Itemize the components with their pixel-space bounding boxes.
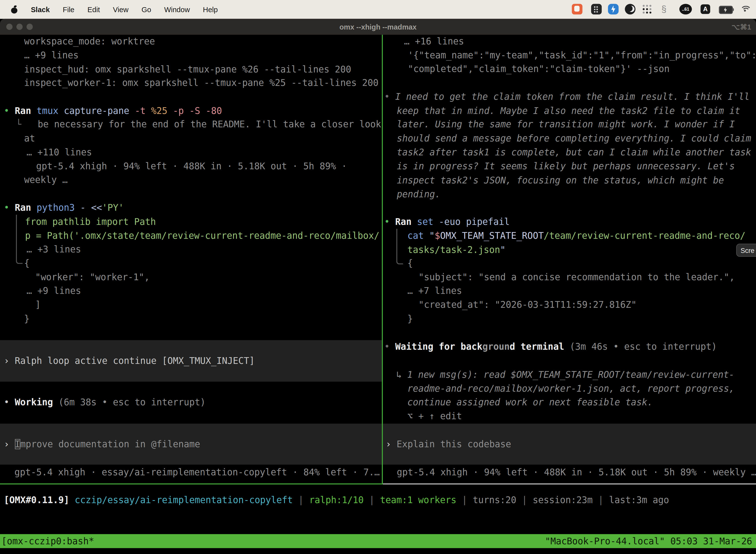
text-cursor: I bbox=[15, 439, 20, 449]
corner-glyph: └ bbox=[16, 119, 21, 129]
waiting-status-line: • Waiting for background terminal (3m 46… bbox=[384, 340, 717, 353]
terminal-line: "completed","claim_token":"claim-token"}… bbox=[408, 62, 670, 76]
thinking-line: pending. bbox=[397, 187, 441, 201]
terminal-line: gpt-5.4 xhigh · 94% left · 488K in · 5.1… bbox=[36, 159, 347, 173]
ralph-loop-status: › Ralph loop active continue [OMX_TMUX_I… bbox=[4, 354, 255, 368]
terminal-line: '{"team_name":"my-team","task_id":"1","f… bbox=[408, 48, 756, 62]
menu-help[interactable]: Help bbox=[203, 5, 218, 13]
placeholder-text: mprove documentation in @filename bbox=[20, 439, 200, 449]
input-source-icon[interactable]: A bbox=[700, 4, 710, 14]
omx-status-line: [OMX#0.11.9] cczip/essay/ai-reimplementa… bbox=[4, 493, 669, 507]
bullet-icon: • bbox=[4, 397, 9, 407]
tmux-host-clock: "MacBook-Pro-44.local" 05:03 31-Mar-26 bbox=[545, 534, 752, 548]
menu-go[interactable]: Go bbox=[141, 5, 151, 13]
menu-window[interactable]: Window bbox=[164, 5, 190, 13]
ralph-counter: ralph:1/10 bbox=[309, 495, 364, 505]
terminal-line: inspect_worker-1: omx sparkshell --tmux-… bbox=[24, 76, 378, 90]
placeholder-text: Explain this codebase bbox=[397, 439, 511, 449]
arg-token: %25 bbox=[151, 106, 168, 116]
terminal-line: inspect_hud: omx sparkshell --tmux-pane … bbox=[24, 62, 351, 76]
wifi-icon[interactable] bbox=[740, 5, 751, 13]
last-activity: last:3m ago bbox=[609, 495, 669, 505]
menu-edit[interactable]: Edit bbox=[87, 5, 100, 13]
code-line: p = Path('.omx/state/team/review-current… bbox=[25, 229, 379, 242]
ran-set-command-line: • Ran set -euo pipefail bbox=[384, 215, 510, 229]
menu-file[interactable]: File bbox=[63, 5, 74, 13]
terminal-line: … +16 lines bbox=[404, 34, 464, 48]
prompt-chevron-icon: › bbox=[4, 439, 9, 449]
menu-app-slack[interactable]: Slack bbox=[31, 5, 50, 13]
flag-token: -S bbox=[189, 106, 200, 116]
ran-label: Ran bbox=[395, 217, 412, 227]
app-version-badge: [OMX#0.11.9] bbox=[4, 495, 69, 505]
apple-menu-icon[interactable] bbox=[11, 5, 18, 14]
output-connector bbox=[396, 229, 403, 264]
right-pane-border bbox=[383, 484, 756, 485]
thinking-line: later. Using the same for transition mig… bbox=[397, 117, 735, 131]
code-line: from pathlib import Path bbox=[25, 215, 156, 229]
screenshot-thumbnail-overlay[interactable]: Scre bbox=[736, 244, 756, 257]
terminal-line: ] bbox=[35, 297, 41, 312]
subcommand-token: capture-pane bbox=[64, 106, 129, 116]
terminal-line: "subject": "send a concise recommendatio… bbox=[419, 270, 735, 284]
terminal-line: workspace_mode: worktree bbox=[24, 34, 155, 48]
hook-status-icon[interactable]: § bbox=[659, 4, 668, 15]
flag-token: -t bbox=[135, 106, 145, 116]
terminal-line: { bbox=[407, 256, 413, 270]
dots-grid-icon[interactable] bbox=[642, 4, 652, 15]
terminal-line: "worker": "worker-1", bbox=[35, 270, 150, 284]
thinking-line: inspect task2's JSON, focusing on the st… bbox=[397, 173, 724, 187]
tmux-session-window[interactable]: [omx-cczip0:bash* bbox=[1, 534, 94, 548]
session-timer: session:23m bbox=[533, 495, 593, 505]
terminal-line: … +7 lines bbox=[407, 284, 462, 297]
thinking-line: should send a message before completing … bbox=[397, 131, 751, 145]
right-prompt-input[interactable]: › Explain this codebase bbox=[386, 437, 511, 451]
cat-command-line: tasks/task-2.json" bbox=[407, 243, 506, 257]
tmux-status-bar[interactable]: [omx-cczip0:bash* "MacBook-Pro-44.local"… bbox=[0, 534, 756, 548]
return-arrow-icon: ↳ bbox=[396, 370, 402, 380]
command-token: tmux bbox=[37, 106, 58, 116]
terminal-line: └ be necessary for the end of the README… bbox=[16, 117, 381, 131]
thinking-line: keep that in mind. Maybe I also need the… bbox=[397, 104, 740, 118]
bullet-icon: • bbox=[384, 92, 390, 102]
command-token: set bbox=[417, 217, 433, 227]
flag-token: -p bbox=[173, 106, 184, 116]
terminal-line: } bbox=[407, 312, 413, 326]
flag-token: -80 bbox=[206, 106, 222, 116]
terminal-line: … +3 lines bbox=[26, 242, 81, 256]
window-title: omx --xhigh --madmax bbox=[0, 19, 756, 35]
menu-view[interactable]: View bbox=[113, 5, 128, 13]
bullet-icon: • bbox=[4, 203, 9, 213]
chevron-icon: › bbox=[4, 356, 9, 366]
menu-bar: Slack File Edit View Go Window Help § ..… bbox=[0, 0, 756, 19]
terminal-line: weekly … bbox=[24, 173, 68, 187]
ran-tmux-command-line: • Ran tmux capture-pane -t %25 -p -S -80 bbox=[4, 104, 222, 118]
battery-icon[interactable] bbox=[719, 6, 733, 14]
prompt-chevron-icon: › bbox=[386, 439, 391, 449]
left-pane-border bbox=[0, 484, 382, 485]
timer-badge-icon[interactable]: ..61 bbox=[679, 4, 692, 15]
lightning-status-icon[interactable] bbox=[608, 4, 619, 15]
terminal-line: "created_at": "2026-03-31T11:59:27.816Z" bbox=[419, 297, 636, 312]
desktop: Slack File Edit View Go Window Help § ..… bbox=[0, 0, 756, 554]
turns-counter: turns:20 bbox=[473, 495, 516, 505]
command-token: python3 bbox=[37, 203, 75, 213]
edit-shortcut-hint: ⌥ + ↑ edit bbox=[407, 409, 462, 423]
ran-python-command-line: • Ran python3 - <<'PY' bbox=[4, 201, 124, 215]
bullet-icon: • bbox=[4, 106, 9, 116]
focus-moon-icon[interactable] bbox=[625, 4, 635, 15]
thinking-line: • I need to get the claim token from the… bbox=[384, 90, 750, 104]
keypad-status-icon[interactable] bbox=[591, 4, 602, 15]
bullet-icon: • bbox=[384, 341, 390, 352]
output-connector bbox=[16, 215, 22, 264]
window-shortcut-hint: ⌥⌘1 bbox=[732, 19, 751, 35]
terminal-line: } bbox=[24, 312, 29, 326]
terminal-line: … +9 lines bbox=[24, 48, 79, 62]
window-title-bar[interactable]: omx --xhigh --madmax ⌥⌘1 bbox=[0, 19, 756, 35]
pane-divider[interactable] bbox=[382, 35, 383, 485]
cat-command-line: cat "$OMX_TEAM_STATE_ROOT/team/review-cu… bbox=[407, 229, 746, 242]
thinking-line: is in progress? It seems likely but perh… bbox=[397, 159, 735, 173]
branch-label: cczip/essay/ai-reimplementation-copyleft bbox=[75, 495, 293, 505]
left-prompt-input[interactable]: › Improve documentation in @filename bbox=[4, 437, 200, 451]
screenshot-app-icon[interactable] bbox=[572, 4, 582, 15]
